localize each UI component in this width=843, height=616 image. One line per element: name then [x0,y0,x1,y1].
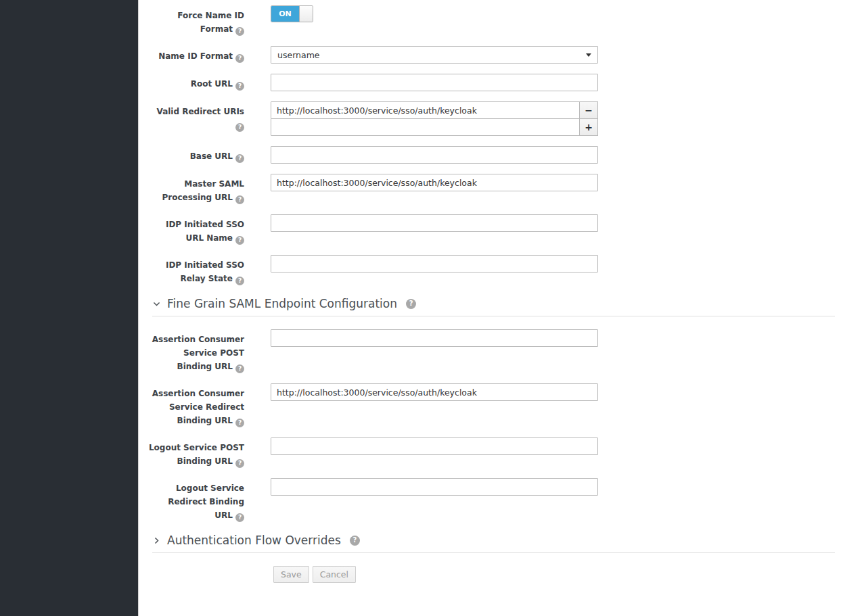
form-row-master-saml-processing-url: Master SAML Processing URL? [148,174,843,204]
acs-redirect-binding-url-input[interactable] [271,383,598,401]
redirect-uri-row: − [271,101,598,119]
help-icon[interactable]: ? [235,459,244,468]
acs-post-binding-url-input[interactable] [271,329,598,347]
help-icon[interactable]: ? [235,364,244,373]
nav-sidebar [0,0,139,616]
logout-redirect-binding-url-label: Logout Service Redirect Binding URL? [148,478,244,522]
redirect-uri-row: + [271,118,598,136]
form-actions: Save Cancel [273,566,843,583]
help-icon[interactable]: ? [235,154,244,163]
form-row-force-name-id-format: Force Name ID Format? ON [148,5,843,36]
help-icon[interactable]: ? [235,236,244,245]
form-row-logout-redirect-binding-url: Logout Service Redirect Binding URL? [148,478,843,522]
base-url-label: Base URL? [148,146,244,163]
base-url-input[interactable] [271,146,598,164]
acs-redirect-binding-url-label-text: Assertion Consumer Service Redirect Bind… [152,389,244,425]
client-settings-form: Force Name ID Format? ON Name ID Format?… [139,0,843,616]
idp-sso-relay-state-label-text: IDP Initiated SSO Relay State [166,260,244,283]
acs-post-binding-url-label-text: Assertion Consumer Service POST Binding … [152,335,244,371]
root-url-label-text: Root URL [191,79,233,89]
help-icon[interactable]: ? [235,54,244,63]
help-icon[interactable]: ? [350,536,360,546]
help-icon[interactable]: ? [235,277,244,285]
plus-icon: + [585,122,593,133]
force-name-id-format-label-text: Force Name ID Format [177,11,244,34]
minus-icon: − [585,105,593,116]
idp-sso-url-name-input[interactable] [271,214,598,232]
form-row-idp-sso-url-name: IDP Initiated SSO URL Name? [148,214,843,245]
form-row-idp-sso-relay-state: IDP Initiated SSO Relay State? [148,255,843,285]
chevron-right-icon [152,536,161,545]
logout-post-binding-url-label-text: Logout Service POST Binding URL [149,443,244,466]
redirect-uri-input-1[interactable] [271,118,580,136]
master-saml-processing-url-label: Master SAML Processing URL? [148,174,244,204]
form-row-acs-post-binding-url: Assertion Consumer Service POST Binding … [148,329,843,373]
name-id-format-label: Name ID Format? [148,46,244,63]
logout-redirect-binding-url-label-text: Logout Service Redirect Binding URL [168,483,244,520]
form-row-logout-post-binding-url: Logout Service POST Binding URL? [148,437,843,468]
name-id-format-select[interactable]: username [271,46,598,64]
section-header-fine-grain-saml[interactable]: Fine Grain SAML Endpoint Configuration ? [152,295,835,312]
chevron-down-icon [152,300,161,308]
section-title: Fine Grain SAML Endpoint Configuration [167,295,397,312]
root-url-input[interactable] [271,74,598,91]
logout-post-binding-url-label: Logout Service POST Binding URL? [148,437,244,468]
redirect-uri-input-0[interactable] [271,101,580,119]
cancel-button[interactable]: Cancel [313,566,356,583]
help-icon[interactable]: ? [235,123,244,132]
form-row-acs-redirect-binding-url: Assertion Consumer Service Redirect Bind… [148,383,843,427]
base-url-label-text: Base URL [190,151,233,161]
acs-post-binding-url-label: Assertion Consumer Service POST Binding … [148,329,244,373]
idp-sso-url-name-label: IDP Initiated SSO URL Name? [148,214,244,245]
section-divider [152,316,835,316]
idp-sso-url-name-label-text: IDP Initiated SSO URL Name [166,220,244,243]
force-name-id-format-toggle[interactable]: ON [271,5,313,22]
help-icon[interactable]: ? [235,513,244,522]
help-icon[interactable]: ? [235,82,244,91]
form-row-name-id-format: Name ID Format? username [148,46,843,64]
save-button[interactable]: Save [273,566,309,583]
section-divider [152,552,835,553]
toggle-handle [299,6,313,22]
help-icon[interactable]: ? [235,27,244,36]
caret-down-icon [586,53,591,57]
root-url-label: Root URL? [148,74,244,91]
master-saml-processing-url-input[interactable] [271,174,598,191]
section-header-auth-flow-overrides[interactable]: Authentication Flow Overrides ? [152,532,835,548]
acs-redirect-binding-url-label: Assertion Consumer Service Redirect Bind… [148,383,244,427]
help-icon[interactable]: ? [406,299,416,309]
valid-redirect-uris-label: Valid Redirect URIs? [148,101,244,132]
force-name-id-format-label: Force Name ID Format? [148,5,244,36]
logout-redirect-binding-url-input[interactable] [271,478,598,496]
valid-redirect-uris-label-text: Valid Redirect URIs [157,107,244,116]
form-row-base-url: Base URL? [148,146,843,164]
form-row-valid-redirect-uris: Valid Redirect URIs? − + [148,101,843,136]
remove-uri-button[interactable]: − [579,101,598,119]
help-icon[interactable]: ? [235,195,244,204]
form-row-root-url: Root URL? [148,74,843,91]
select-value: username [277,50,320,60]
idp-sso-relay-state-input[interactable] [271,255,598,273]
toggle-on-label: ON [271,6,299,22]
idp-sso-relay-state-label: IDP Initiated SSO Relay State? [148,255,244,285]
section-title: Authentication Flow Overrides [167,532,341,548]
logout-post-binding-url-input[interactable] [271,437,598,455]
master-saml-processing-url-label-text: Master SAML Processing URL [162,179,244,202]
add-uri-button[interactable]: + [579,118,598,136]
name-id-format-label-text: Name ID Format [158,51,233,61]
help-icon[interactable]: ? [235,419,244,427]
